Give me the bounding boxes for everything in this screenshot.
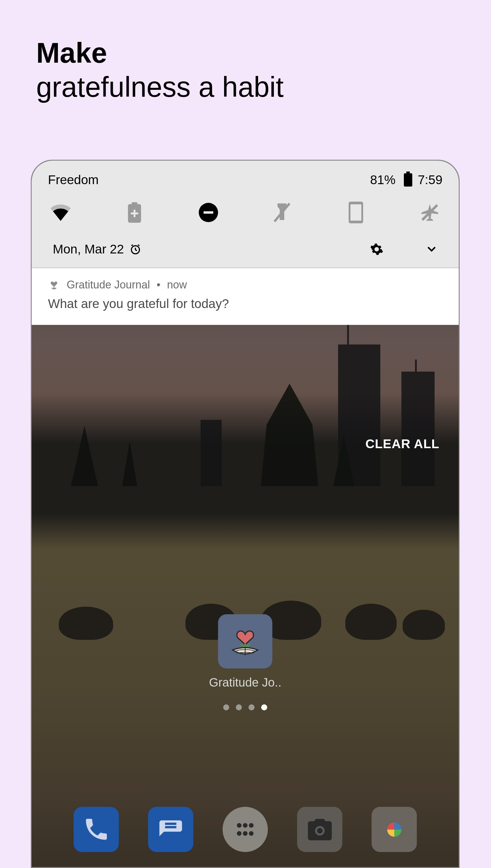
notification-app-icon [48,279,60,291]
wifi-toggle[interactable] [49,200,73,224]
dock-phone[interactable] [74,807,119,852]
svg-point-13 [243,831,247,836]
gratitude-app-icon [226,622,265,661]
status-bar: Freedom 81% 7:59 [32,161,459,195]
do-not-disturb-toggle[interactable] [196,200,221,224]
flashlight-toggle[interactable] [270,200,294,224]
svg-rect-3 [204,211,213,214]
svg-point-12 [237,831,241,836]
battery-saver-icon [128,202,141,223]
airplane-toggle[interactable] [418,200,442,224]
camera-icon [306,815,334,844]
page-dot[interactable] [223,704,229,710]
clock: 7:59 [418,173,442,187]
phone-frame: Freedom 81% 7:59 [31,160,460,868]
svg-rect-6 [350,204,361,221]
date-row: Mon, Mar 22 [32,236,459,267]
chevron-down-icon [426,243,438,255]
notification-time: now [167,278,187,291]
airplane-off-icon [420,203,440,222]
dock-messages[interactable] [148,807,193,852]
heart-flower-icon [48,279,60,291]
notification-body: What are you grateful for today? [48,297,442,311]
promo-heading: Make gratefulness a habit [0,0,491,104]
home-app-label: Gratitude Jo.. [209,676,281,689]
rotation-toggle[interactable] [344,200,368,224]
battery-icon [404,173,412,187]
dock-camera[interactable] [297,807,342,852]
promo-light-line: gratefulness a habit [36,70,455,104]
promo-bold-line: Make [36,36,455,70]
phone-icon [83,816,110,843]
dock-google-photos[interactable] [372,807,417,852]
google-photos-icon [380,815,409,844]
do-not-disturb-icon [199,203,218,222]
page-dot[interactable] [236,704,242,710]
settings-button[interactable] [370,243,383,256]
page-indicator [223,704,267,710]
svg-point-16 [317,828,322,833]
wifi-icon [50,204,71,221]
notification-shade[interactable]: Freedom 81% 7:59 [32,161,459,268]
dock [32,807,459,852]
home-app-tile [218,614,272,669]
page-dot[interactable] [249,704,255,710]
gear-icon [370,243,383,256]
svg-point-11 [249,823,253,828]
clear-all-button[interactable]: CLEAR ALL [366,437,439,451]
messages-icon [157,816,184,843]
battery-saver-toggle[interactable] [122,200,147,224]
svg-point-14 [249,831,253,836]
notification-separator: • [156,278,161,291]
home-app-shortcut[interactable]: Gratitude Jo.. [209,614,281,689]
alarm-icon [129,243,141,255]
notification-app-name: Gratitude Journal [67,278,150,291]
portrait-lock-icon [349,202,363,223]
notification-card[interactable]: Gratitude Journal • now What are you gra… [32,268,459,325]
svg-rect-1 [132,202,138,205]
page-dot-active[interactable] [261,704,267,710]
battery-percent: 81% [370,173,395,187]
app-drawer-icon [233,817,257,841]
svg-point-9 [237,823,241,828]
flashlight-off-icon [273,202,291,223]
date-label: Mon, Mar 22 [53,242,124,256]
quick-settings-row [32,195,459,236]
expand-shade-button[interactable] [426,243,438,255]
svg-point-10 [243,823,247,828]
carrier-label: Freedom [48,173,370,187]
dock-app-drawer[interactable] [223,807,268,852]
